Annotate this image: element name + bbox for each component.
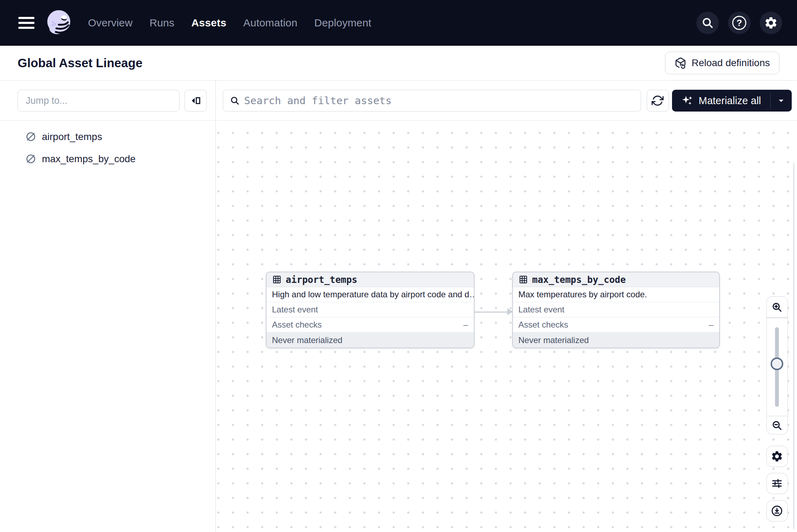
graph-settings-button[interactable] [766, 446, 788, 467]
collapse-panel-icon [189, 94, 202, 107]
nav-links: Overview Runs Assets Automation Deployme… [88, 17, 371, 29]
asset-node-airport-temps[interactable]: airport_temps High and low temperature d… [266, 272, 475, 348]
asset-checks-value: – [709, 320, 713, 330]
never-materialized-icon [25, 153, 36, 164]
reload-definitions-label: Reload definitions [691, 57, 770, 69]
nav-right-icons: ? [696, 12, 782, 34]
gear-icon [764, 16, 778, 30]
never-materialized-icon [25, 131, 36, 142]
asset-item-label: airport_temps [42, 131, 102, 142]
asset-node-title: airport_temps [286, 274, 358, 285]
zoom-in-icon [771, 301, 783, 313]
sidebar-item-airport-temps[interactable]: airport_temps [0, 126, 215, 148]
dagster-logo[interactable] [44, 8, 74, 38]
zoom-in-button[interactable] [767, 297, 787, 317]
asset-checks-label: Asset checks [519, 320, 568, 330]
zoom-out-icon [771, 419, 783, 431]
zoom-control [766, 296, 788, 435]
zoom-out-button[interactable] [767, 416, 787, 434]
search-icon [701, 16, 714, 30]
graph-toolbar: Materialize all [216, 81, 797, 121]
asset-node-checks-row: Asset checks – [266, 317, 474, 332]
asset-checks-label: Asset checks [272, 320, 322, 330]
chevron-down-icon [777, 96, 786, 105]
hamburger-menu-icon[interactable] [18, 17, 34, 29]
nav-link-runs[interactable]: Runs [150, 17, 175, 29]
asset-node-max-temps-by-code[interactable]: max_temps_by_code Max temperatures by ai… [512, 272, 720, 348]
refresh-icon [652, 95, 664, 107]
asset-node-status: Never materialized [513, 332, 719, 348]
settings-button[interactable] [760, 12, 782, 34]
asset-search-input[interactable] [244, 95, 634, 107]
nav-link-assets[interactable]: Assets [191, 17, 226, 29]
sidebar-item-max-temps-by-code[interactable]: max_temps_by_code [0, 148, 215, 170]
lineage-canvas[interactable]: airport_temps High and low temperature d… [216, 121, 797, 532]
page-header: Global Asset Lineage Reload definitions [0, 46, 797, 81]
nav-link-overview[interactable]: Overview [88, 17, 133, 29]
asset-node-checks-row: Asset checks – [513, 317, 719, 332]
download-graph-button[interactable] [766, 500, 788, 521]
asset-node-description: High and low temperature data by airport… [266, 287, 474, 302]
reload-definitions-button[interactable]: Reload definitions [665, 52, 779, 74]
table-icon [519, 275, 528, 284]
vertical-scrollbar[interactable] [793, 163, 795, 529]
asset-node-description: Max temperatures by airport code. [513, 287, 719, 302]
refresh-button[interactable] [647, 90, 669, 112]
lineage-graph-pane: Materialize all airport_temps [216, 81, 797, 532]
download-icon [771, 505, 783, 517]
page-title: Global Asset Lineage [18, 56, 143, 70]
lineage-sidebar: airport_temps max_temps_by_code [0, 81, 216, 532]
asset-node-title: max_temps_by_code [532, 274, 626, 285]
asset-node-header: max_temps_by_code [513, 272, 719, 287]
collapse-panel-button[interactable] [184, 90, 207, 112]
materialize-all-button[interactable]: Materialize all [672, 90, 770, 112]
help-button[interactable]: ? [728, 12, 751, 34]
asset-node-latest-event: Latest event [266, 302, 474, 317]
asset-item-label: max_temps_by_code [42, 153, 136, 165]
gear-icon [771, 450, 783, 463]
sidebar-toolbar [0, 81, 215, 121]
materialize-all-label: Materialize all [699, 95, 761, 107]
top-nav: Overview Runs Assets Automation Deployme… [0, 0, 797, 46]
nav-link-deployment[interactable]: Deployment [314, 17, 371, 29]
asset-node-status: Never materialized [266, 332, 474, 348]
asset-checks-value: – [463, 320, 468, 330]
asset-node-header: airport_temps [266, 272, 474, 287]
zoom-slider[interactable] [767, 318, 787, 416]
zoom-slider-knob[interactable] [771, 357, 783, 370]
asset-search-box [223, 90, 641, 112]
reload-package-icon [674, 57, 686, 69]
question-icon: ? [732, 16, 746, 30]
materialize-split-button: Materialize all [672, 90, 792, 112]
asset-list: airport_temps max_temps_by_code [0, 121, 215, 170]
graph-filters-button[interactable] [766, 473, 788, 494]
nav-link-automation[interactable]: Automation [243, 17, 297, 29]
materialize-dropdown-button[interactable] [771, 90, 792, 112]
lineage-edge [475, 311, 508, 313]
jump-to-input[interactable] [18, 90, 180, 112]
asset-node-latest-event: Latest event [513, 302, 719, 317]
sparkles-icon [681, 94, 694, 107]
sliders-icon [771, 477, 783, 490]
search-button[interactable] [696, 12, 719, 34]
search-icon [230, 95, 240, 106]
table-icon [272, 275, 282, 284]
